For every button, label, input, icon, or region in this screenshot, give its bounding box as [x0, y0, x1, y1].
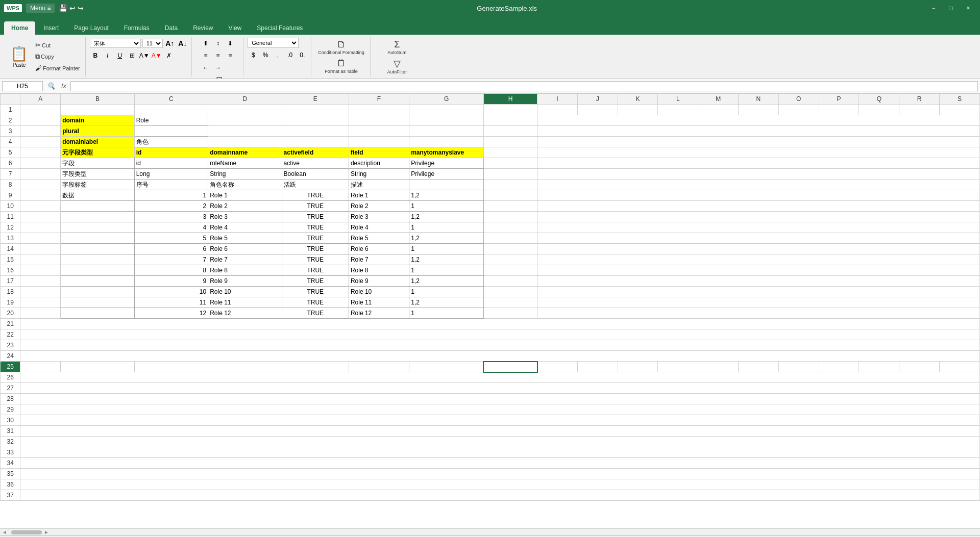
cell-d10[interactable]: Role 2	[208, 201, 282, 212]
cell-a16[interactable]	[20, 265, 61, 276]
col-header-p[interactable]: P	[819, 94, 859, 105]
cell-b4[interactable]: domainlabel	[61, 137, 134, 147]
cell-b18[interactable]	[61, 287, 134, 297]
cell-a19[interactable]	[20, 297, 61, 308]
cell-d2[interactable]	[208, 115, 282, 126]
maximize-button[interactable]: □	[943, 3, 959, 13]
cell-s25[interactable]	[940, 362, 980, 372]
cell-f18[interactable]: Role 10	[349, 287, 409, 297]
cell-a9[interactable]	[20, 190, 61, 201]
tab-special-features[interactable]: Special Features	[250, 21, 310, 35]
tab-review[interactable]: Review	[186, 21, 220, 35]
cell-h4[interactable]	[483, 137, 537, 147]
autofilter-button[interactable]: ▽ AutoFilter	[385, 57, 410, 76]
format-as-table-button[interactable]: 🗒 Format as Table	[322, 57, 360, 75]
align-center-button[interactable]: ≡	[212, 50, 224, 61]
cell-d4[interactable]	[208, 137, 282, 147]
cell-f19[interactable]: Role 11	[349, 297, 409, 308]
col-header-o[interactable]: O	[778, 94, 819, 105]
cell-j25[interactable]	[577, 362, 618, 372]
cell-d3[interactable]	[208, 126, 282, 137]
cell-c9[interactable]: 1	[134, 190, 208, 201]
cell-p25[interactable]	[819, 362, 859, 372]
cell-a4[interactable]	[20, 137, 61, 147]
horizontal-scrollbar[interactable]: ◄ ►	[0, 528, 980, 535]
cell-g12[interactable]: 1	[409, 222, 484, 233]
col-header-c[interactable]: C	[134, 94, 208, 105]
cell-f15[interactable]: Role 7	[349, 254, 409, 265]
cell-d12[interactable]: Role 4	[208, 222, 282, 233]
close-button[interactable]: ×	[961, 3, 976, 13]
paste-button[interactable]: 📋 Paste	[7, 44, 31, 69]
tab-formulas[interactable]: Formulas	[117, 21, 157, 35]
cell-e10[interactable]: TRUE	[282, 201, 349, 212]
cell-d16[interactable]: Role 8	[208, 265, 282, 276]
cell-b3[interactable]: plural	[61, 126, 134, 137]
cell-c8[interactable]: 序号	[134, 180, 208, 190]
cell-c3[interactable]	[134, 126, 208, 137]
font-shrink-button[interactable]: A↓	[177, 38, 188, 49]
cell-b5[interactable]: 元字段类型	[61, 147, 134, 158]
cell-b10[interactable]	[61, 201, 134, 212]
cell-e1[interactable]	[282, 105, 349, 115]
cell-c5[interactable]: id	[134, 147, 208, 158]
cell-c13[interactable]: 5	[134, 233, 208, 244]
cell-e3[interactable]	[282, 126, 349, 137]
cell-d1[interactable]	[208, 105, 282, 115]
cut-button[interactable]: ✂ Cut	[33, 40, 82, 50]
cell-g5[interactable]: manytomanyslave	[409, 147, 484, 158]
cell-d13[interactable]: Role 5	[208, 233, 282, 244]
cell-e4[interactable]	[282, 137, 349, 147]
tab-view[interactable]: View	[221, 21, 249, 35]
cell-k25[interactable]	[618, 362, 658, 372]
cell-a10[interactable]	[20, 201, 61, 212]
col-header-d[interactable]: D	[208, 94, 282, 105]
cell-d19[interactable]: Role 11	[208, 297, 282, 308]
cell-a12[interactable]	[20, 222, 61, 233]
col-header-h[interactable]: H	[483, 94, 537, 105]
cell-e17[interactable]: TRUE	[282, 276, 349, 287]
cell-b19[interactable]	[61, 297, 134, 308]
cell-q25[interactable]	[859, 362, 899, 372]
fx-button[interactable]: fx	[59, 82, 68, 90]
cell-f1[interactable]	[349, 105, 409, 115]
cell-g17[interactable]: 1,2	[409, 276, 484, 287]
cell-e25[interactable]	[282, 362, 349, 372]
clear-button[interactable]: ✗	[163, 50, 175, 61]
cell-g18[interactable]: 1	[409, 287, 484, 297]
align-left-button[interactable]: ≡	[200, 50, 211, 61]
cell-e20[interactable]: TRUE	[282, 308, 349, 319]
increase-indent-button[interactable]: →	[212, 62, 224, 73]
cell-o25[interactable]	[778, 362, 819, 372]
col-header-i[interactable]: I	[537, 94, 578, 105]
cell-c10[interactable]: 2	[134, 201, 208, 212]
cell-q1[interactable]	[859, 105, 899, 115]
cell-f5[interactable]: field	[349, 147, 409, 158]
cell-h14[interactable]	[483, 244, 537, 254]
cell-e5[interactable]: activefield	[282, 147, 349, 158]
menu-button[interactable]: Menu ≡	[26, 4, 55, 13]
cell-b11[interactable]	[61, 212, 134, 222]
cell-c1[interactable]	[134, 105, 208, 115]
col-header-b[interactable]: B	[61, 94, 134, 105]
cell-c4[interactable]: 角色	[134, 137, 208, 147]
cell-c2[interactable]: Role	[134, 115, 208, 126]
cell-f11[interactable]: Role 3	[349, 212, 409, 222]
cell-a2[interactable]	[20, 115, 61, 126]
col-header-r[interactable]: R	[899, 94, 940, 105]
cell-c7[interactable]: Long	[134, 169, 208, 180]
format-painter-button[interactable]: 🖌 Format Painter	[33, 63, 82, 73]
cell-m1[interactable]	[698, 105, 739, 115]
cell-g20[interactable]: 1	[409, 308, 484, 319]
cell-f13[interactable]: Role 5	[349, 233, 409, 244]
cell-e2[interactable]	[282, 115, 349, 126]
cell-a3[interactable]	[20, 126, 61, 137]
cell-h25[interactable]	[483, 362, 537, 372]
cell-b2[interactable]: domain	[61, 115, 134, 126]
cell-g15[interactable]: 1,2	[409, 254, 484, 265]
cell-r25[interactable]	[899, 362, 940, 372]
col-header-n[interactable]: N	[739, 94, 779, 105]
number-format-select[interactable]: General	[248, 38, 299, 48]
cell-a20[interactable]	[20, 308, 61, 319]
cell-b8[interactable]: 字段标签	[61, 180, 134, 190]
